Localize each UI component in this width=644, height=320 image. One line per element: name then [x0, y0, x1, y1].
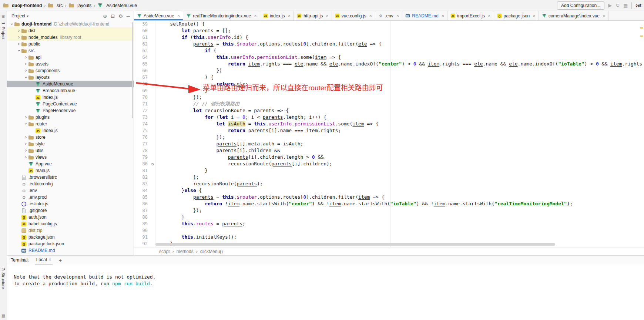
- editor-hscrollbar[interactable]: [155, 243, 555, 246]
- editor-tab-vue-config-js[interactable]: JSvue.config.js×: [332, 11, 375, 20]
- settings-icon[interactable]: ⚙: [118, 13, 123, 19]
- line-number[interactable]: 84: [134, 187, 155, 194]
- editor-tab-cameramanage-index-vue[interactable]: cameraManage\index.vue×: [539, 11, 609, 20]
- line-number[interactable]: 82: [134, 174, 155, 181]
- line-number[interactable]: 60: [134, 27, 155, 34]
- nav-crumb-src[interactable]: src: [48, 3, 63, 8]
- nav-crumb-layouts[interactable]: layouts: [68, 3, 91, 8]
- line-number[interactable]: 83: [134, 181, 155, 187]
- project-tool-button[interactable]: 1: Project: [1, 22, 6, 39]
- line-number[interactable]: 85: [134, 194, 155, 201]
- close-tab-icon[interactable]: ×: [326, 13, 329, 18]
- tree-item-babel-config-js[interactable]: JSbabel.config.js: [7, 220, 134, 227]
- tree-item-dist-zip[interactable]: dist.zip: [7, 227, 134, 234]
- chevron-right-icon[interactable]: [23, 142, 28, 146]
- tree-item-browserslistrc[interactable]: .browserslistrc: [7, 174, 134, 181]
- line-number[interactable]: 66: [134, 67, 155, 74]
- tree-item-public[interactable]: public: [7, 41, 134, 47]
- tree-item-src[interactable]: src: [7, 47, 134, 54]
- tree-item-package-lock-json[interactable]: {}package-lock.json: [7, 240, 134, 247]
- tree-item-editorconfig[interactable]: ⚙.editorconfig: [7, 181, 134, 187]
- chevron-right-icon[interactable]: [23, 55, 28, 59]
- close-tab-icon[interactable]: ×: [288, 13, 291, 18]
- tree-item-env[interactable]: ⚙.env: [7, 187, 134, 194]
- editor-tab-asidemenu-vue[interactable]: AsideMenu.vue×: [134, 11, 183, 20]
- tree-item-views[interactable]: views: [7, 154, 134, 161]
- line-number[interactable]: 78: [134, 147, 155, 154]
- close-tab-icon[interactable]: ×: [254, 13, 257, 18]
- code-line[interactable]: parents = this.$router.options.routes[0]…: [158, 194, 644, 201]
- line-number[interactable]: 74: [134, 121, 155, 127]
- line-number[interactable]: 89: [134, 220, 155, 227]
- chevron-right-icon[interactable]: [23, 135, 28, 139]
- tree-item-index-js[interactable]: JSindex.js: [7, 127, 134, 134]
- update-icon[interactable]: ↻: [616, 3, 620, 8]
- tree-item-store[interactable]: store: [7, 134, 134, 141]
- chevron-down-icon[interactable]: [16, 49, 21, 53]
- project-stripe-icon[interactable]: ⊞: [1, 14, 5, 19]
- add-configuration-button[interactable]: Add Configuration...: [557, 1, 604, 10]
- code-line[interactable]: };: [158, 174, 644, 181]
- line-number[interactable]: 61: [134, 34, 155, 41]
- chevron-right-icon[interactable]: [16, 42, 21, 46]
- editor-tab-importexcel-js[interactable]: JSimportExcel.js×: [447, 11, 494, 20]
- code-line[interactable]: setRoute() {: [158, 21, 644, 27]
- tree-item-asidemenu-vue[interactable]: AsideMenu.vue: [7, 81, 134, 87]
- tree-item-style[interactable]: style: [7, 141, 134, 147]
- code-line[interactable]: });: [158, 94, 644, 101]
- line-number[interactable]: 59: [134, 21, 155, 27]
- close-tab-icon[interactable]: ×: [603, 13, 606, 18]
- editor-tab-package-json[interactable]: {}package.json×: [494, 11, 539, 20]
- structure-tool-button[interactable]: 7: Structure: [1, 268, 6, 289]
- chevron-right-icon[interactable]: [23, 115, 28, 119]
- stripe-corner-icon[interactable]: ▦: [1, 313, 5, 318]
- nav-crumb-duoji-frontend[interactable]: duoji-frontend: [3, 3, 42, 8]
- tree-item-pageheader-vue[interactable]: PageHeader.vue: [7, 107, 134, 114]
- editor-gutter[interactable]: 5960616263646566676869707172737475767778…: [134, 21, 155, 247]
- tree-item-node-modules[interactable]: node_moduleslibrary root: [7, 34, 134, 41]
- tree-item-api[interactable]: api: [7, 54, 134, 61]
- editor-tab-readme-md[interactable]: MDREADME.md×: [402, 11, 447, 20]
- line-number[interactable]: 92: [134, 240, 155, 247]
- line-number[interactable]: 86: [134, 201, 155, 207]
- tree-item-package-json[interactable]: {}package.json: [7, 234, 134, 240]
- code-line[interactable]: if (: [158, 47, 644, 54]
- recursive-call-icon[interactable]: ↻: [151, 161, 154, 167]
- chevron-down-icon[interactable]: [23, 75, 28, 79]
- code-line[interactable]: }): [158, 67, 644, 74]
- tree-item-layouts[interactable]: layouts: [7, 74, 134, 81]
- error-stripe-mark[interactable]: [640, 27, 643, 28]
- close-tab-icon[interactable]: ×: [369, 13, 372, 18]
- code-line[interactable]: });: [158, 134, 644, 141]
- tree-item-env-prod[interactable]: ⚙.env.prod: [7, 194, 134, 201]
- close-tab-icon[interactable]: ×: [533, 13, 536, 18]
- line-number[interactable]: 73: [134, 114, 155, 121]
- terminal-output[interactable]: Note that the development build is not o…: [7, 265, 644, 320]
- line-number[interactable]: 69: [134, 87, 155, 94]
- line-number[interactable]: 90: [134, 227, 155, 234]
- code-line[interactable]: return parents[i].name === item.rights;: [158, 127, 644, 134]
- tree-item-main-js[interactable]: JSmain.js: [7, 167, 134, 174]
- code-line[interactable]: if (this.userInfo.id) {: [158, 34, 644, 41]
- chevron-right-icon[interactable]: [23, 69, 28, 73]
- line-number[interactable]: 88: [134, 214, 155, 220]
- editor-crumb-methods[interactable]: methods: [177, 249, 194, 254]
- editor-tab-realtimemonitoring-index-vue[interactable]: realTimeMonitoring\index.vue×: [183, 11, 260, 20]
- code-line[interactable]: }: [158, 214, 644, 220]
- code-line[interactable]: this.initialKeys();: [158, 234, 644, 240]
- line-number[interactable]: 71: [134, 101, 155, 107]
- error-stripe-mark[interactable]: [640, 36, 643, 37]
- editor-tab-http-api-js[interactable]: JShttp-api.js×: [294, 11, 332, 20]
- tree-item-readme-md[interactable]: MDREADME.md: [7, 247, 134, 254]
- chevron-right-icon[interactable]: [23, 62, 28, 66]
- chevron-down-icon[interactable]: ▾: [27, 14, 28, 18]
- editor-tab-index-js[interactable]: JSindex.js×: [260, 11, 294, 20]
- code-line[interactable]: }else {: [158, 187, 644, 194]
- line-number[interactable]: 91: [134, 234, 155, 240]
- line-number[interactable]: 63: [134, 47, 155, 54]
- code-line[interactable]: recursionRoute(parents);: [158, 181, 644, 187]
- chevron-right-icon[interactable]: [16, 29, 21, 33]
- tree-item-breadcrumb-vue[interactable]: Breadcrumb.vue: [7, 87, 134, 94]
- code-line[interactable]: parents = this.$router.options.routes[0]…: [158, 41, 644, 47]
- code-line[interactable]: parents[i].children.length > 0 &&: [158, 154, 644, 161]
